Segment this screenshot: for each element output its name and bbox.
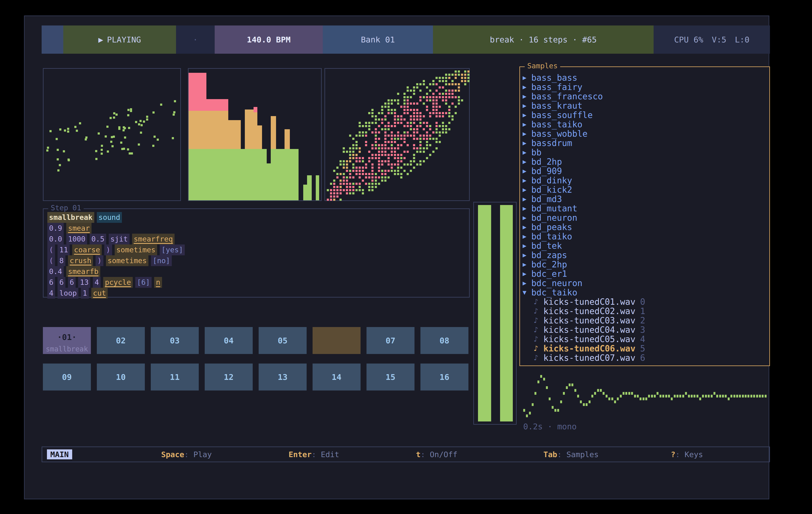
step-pad-05[interactable]: 05 [259,327,307,354]
step-pad-08[interactable]: 08 [420,327,468,354]
code-token[interactable]: smallbreak [47,212,94,223]
code-token[interactable]: 11 [58,244,70,255]
sample-folder-row[interactable]: ▶bdc_neuron [523,278,767,288]
sample-folder-row[interactable]: ▶bdc_2hp [523,260,767,269]
folder-name: bass_fairy [531,82,582,92]
sample-folder-row[interactable]: ▶bass_bass [523,73,767,82]
cob-dot [407,106,409,108]
code-token[interactable]: [no] [151,255,172,266]
code-token[interactable]: 0.0 [47,234,64,244]
cob-dot [403,170,406,172]
sample-folder-row[interactable]: ▶bd_md3 [523,194,767,204]
code-token[interactable]: 6 [68,277,76,288]
sample-folder-row[interactable]: ▶bd_peaks [523,222,767,232]
code-token[interactable]: sound [97,212,122,223]
code-token[interactable]: 1000 [66,234,87,244]
bpm-display[interactable]: 140.0 BPM [215,26,323,54]
sample-folder-row[interactable]: ▶bass_taiko [523,120,767,129]
code-token[interactable]: cut [91,288,108,299]
step-pad-02[interactable]: 02 [97,327,145,354]
sample-folder-row[interactable]: ▶bdc_er1 [523,269,767,278]
cob-dot [359,189,361,191]
code-token[interactable]: 13 [78,277,90,288]
sample-folder-row[interactable]: ▶bd_dinky [523,176,767,185]
sample-file-row[interactable]: ♪kicks-tunedC04.wav3 [523,325,767,334]
cob-dot [387,99,390,101]
sample-file-row[interactable]: ♪kicks-tunedC01.wav0 [523,297,767,306]
code-token[interactable]: smearfreq [132,234,175,244]
code-token[interactable]: sometimes [106,255,148,266]
code-token[interactable]: 4 [47,288,55,299]
code-token[interactable]: loop [58,288,78,299]
cob-dot [416,115,418,117]
sample-folder-row[interactable]: ▶bb [523,148,767,157]
transport-state-button[interactable]: ▶PLAYING [63,26,176,54]
code-token[interactable]: crush [68,255,93,266]
sample-folder-row[interactable]: ▶bass_francesco [523,92,767,101]
step-pad-07[interactable]: 07 [367,327,414,354]
code-token[interactable]: ) [95,255,103,266]
code-token[interactable]: pcycle [103,277,133,288]
code-token[interactable]: coarse [72,244,102,255]
step-pad-01[interactable]: ·01·smallbreak [43,327,91,354]
step-pad-16[interactable]: 16 [420,364,468,391]
step-pad-13[interactable]: 13 [259,364,307,391]
code-token[interactable]: 1 [81,288,89,299]
code-token[interactable]: sometimes [115,244,157,255]
waveform-dash [625,392,627,395]
sample-file-row[interactable]: ♪kicks-tunedC07.wav6 [523,353,767,362]
spectrum-bar-green [262,149,267,200]
waveform-dash [569,384,571,386]
code-token[interactable]: [6] [135,277,152,288]
sample-folder-row[interactable]: ▶bd_zaps [523,250,767,260]
code-token[interactable]: 0.5 [90,234,106,244]
code-token[interactable]: ( [47,244,55,255]
sample-folder-row[interactable]: ▶bassdrum [523,139,767,148]
sample-folder-row[interactable]: ▶bd_kick2 [523,185,767,194]
step-pad-09[interactable]: 09 [43,364,91,391]
code-token[interactable]: 4 [93,277,100,288]
step-pad-10[interactable]: 10 [97,364,145,391]
step-pad-04[interactable]: 04 [205,327,253,354]
code-token[interactable]: 6 [47,277,55,288]
step-pad-15[interactable]: 15 [367,364,414,391]
sample-info-label: 0.2s · mono [523,422,577,431]
code-token[interactable]: [yes] [160,244,185,255]
step-pad-11[interactable]: 11 [151,364,199,391]
step-pad-03[interactable]: 03 [151,327,199,354]
sample-folder-row[interactable]: ▶bd_tek [523,241,767,250]
sample-folder-row[interactable]: ▶bd_2hp [523,157,767,167]
sample-file-row[interactable]: ♪kicks-tunedC06.wav5 [523,344,767,353]
sample-folder-row[interactable]: ▶bd_909 [523,167,767,176]
step-pad-12[interactable]: 12 [205,364,253,391]
bank-display[interactable]: Bank 01 [323,26,433,54]
waveform-dash [759,395,761,397]
sample-folder-row[interactable]: ▶bass_souffle [523,110,767,120]
sample-folder-row[interactable]: ▶bd_neuron [523,213,767,222]
code-token[interactable]: n [154,277,162,288]
step-pad-06[interactable]: 06 [313,327,360,354]
sample-file-row[interactable]: ♪kicks-tunedC05.wav4 [523,334,767,344]
code-token[interactable]: ) [104,244,112,255]
sample-folder-row-expanded[interactable]: ▼bdc_taiko [523,288,767,297]
code-token[interactable]: 8 [58,255,65,266]
sample-folder-row[interactable]: ▶bass_kraut [523,101,767,110]
sample-file-row[interactable]: ♪kicks-tunedC02.wav1 [523,306,767,316]
waveform-dash [762,395,763,397]
step-pad-14[interactable]: 14 [313,364,360,391]
sample-folder-row[interactable]: ▶bass_wobble [523,129,767,139]
code-token[interactable]: 6 [58,277,65,288]
sample-folder-row[interactable]: ▶bd_taiko [523,232,767,241]
code-token[interactable]: smearfb [66,266,100,277]
code-token[interactable]: ( [47,255,55,266]
code-token[interactable]: 0.9 [47,223,64,234]
sample-folder-row[interactable]: ▶bd_mutant [523,204,767,213]
scatter-dot [173,111,175,113]
code-token[interactable]: 0.4 [47,266,64,277]
sample-folder-row[interactable]: ▶bass_fairy [523,82,767,92]
code-token[interactable]: smear [66,223,91,234]
sample-file-row[interactable]: ♪kicks-tunedC03.wav2 [523,316,767,325]
cob-dot [439,131,441,133]
code-token[interactable]: sjit [109,234,129,244]
cob-dot [426,125,428,127]
